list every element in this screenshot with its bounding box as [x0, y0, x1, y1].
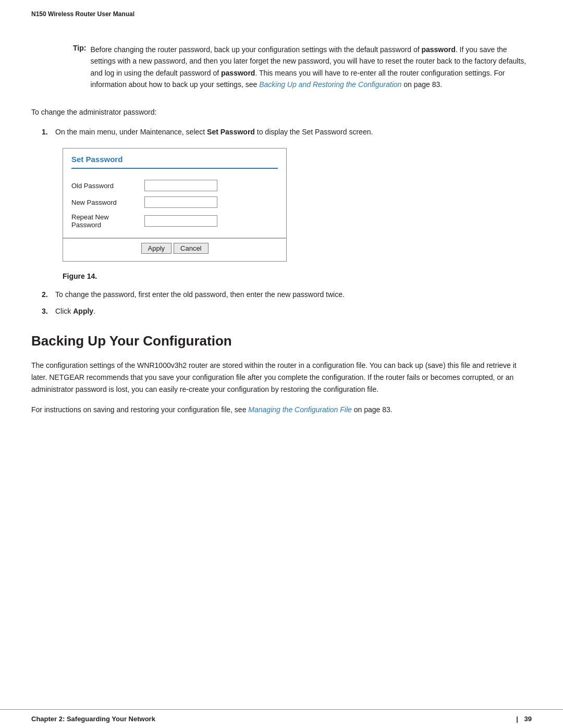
section-intro: To change the administrator password: [31, 106, 532, 118]
step-1: 1. On the main menu, under Maintenance, … [42, 126, 532, 138]
repeat-password-label: Repeat New Password [71, 213, 139, 229]
repeat-password-row: Repeat New Password [63, 211, 286, 231]
footer-page-number: | 39 [512, 715, 532, 723]
set-password-divider [71, 168, 278, 169]
figure-caption: Figure 14. [63, 272, 532, 280]
step-3-num: 3. [42, 305, 50, 317]
set-password-header: Set Password [63, 149, 286, 168]
tip-link[interactable]: Backing Up and Restoring the Configurati… [259, 80, 401, 89]
new-password-label: New Password [71, 199, 139, 206]
tip-text: Before changing the router password, bac… [90, 44, 532, 91]
step-1-num: 1. [42, 126, 50, 138]
main-content: Tip: Before changing the router password… [0, 23, 563, 709]
body-paragraph-1: The configuration settings of the WNR100… [31, 360, 532, 396]
step-3: 3. Click Apply. [42, 305, 532, 317]
repeat-password-input[interactable] [144, 215, 217, 227]
page-header: N150 Wireless Router User Manual [0, 0, 563, 23]
step-3-text: Click Apply. [55, 305, 532, 317]
step-2: 2. To change the password, first enter t… [42, 289, 532, 300]
header-text: N150 Wireless Router User Manual [31, 10, 134, 18]
new-password-row: New Password [63, 194, 286, 211]
tip-label: Tip: [73, 44, 86, 91]
config-file-link[interactable]: Managing the Configuration File [248, 405, 351, 414]
step-1-text: On the main menu, under Maintenance, sel… [55, 126, 532, 138]
form-bottom-divider [63, 238, 286, 239]
old-password-input[interactable] [144, 180, 217, 191]
section-heading: Backing Up Your Configuration [31, 333, 532, 349]
body-paragraph-2: For instructions on saving and restoring… [31, 404, 532, 416]
old-password-row: Old Password [63, 177, 286, 194]
new-password-input[interactable] [144, 196, 217, 208]
set-password-title: Set Password [71, 155, 278, 164]
page-container: N150 Wireless Router User Manual Tip: Be… [0, 0, 563, 728]
footer-chapter: Chapter 2: Safeguarding Your Network [31, 715, 155, 723]
tip-block: Tip: Before changing the router password… [73, 44, 532, 91]
set-password-form: Set Password Old Password New Password R… [63, 148, 287, 262]
old-password-label: Old Password [71, 182, 139, 190]
apply-button[interactable]: Apply [141, 243, 172, 254]
form-buttons: Apply Cancel [63, 243, 286, 261]
step-2-num: 2. [42, 289, 50, 300]
step-2-text: To change the password, first enter the … [55, 289, 532, 300]
cancel-button[interactable]: Cancel [174, 243, 208, 254]
page-footer: Chapter 2: Safeguarding Your Network | 3… [0, 709, 563, 728]
